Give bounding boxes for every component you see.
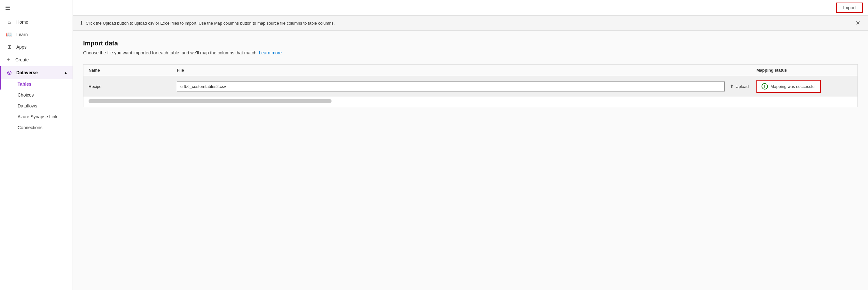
sidebar-item-label-apps: Apps — [16, 44, 27, 50]
close-banner-button[interactable]: ✕ — [856, 20, 860, 27]
apps-icon: ⊞ — [6, 44, 12, 50]
create-icon: ＋ — [5, 56, 11, 63]
topbar: Import — [73, 0, 868, 16]
row-mapping-status-cell: i Mapping was successful — [756, 80, 852, 93]
sidebar-item-create[interactable]: ＋ Create — [0, 53, 72, 66]
sidebar-sub-item-dataflows[interactable]: Dataflows — [0, 100, 72, 111]
column-header-name: Name — [89, 68, 172, 72]
column-header-mapping-status: Mapping status — [756, 68, 852, 72]
sidebar-item-learn[interactable]: 📖 Learn — [0, 28, 72, 41]
sidebar-sub-item-connections[interactable]: Connections — [0, 122, 72, 133]
mapping-success-icon: i — [762, 83, 768, 90]
info-banner: ℹ Click the Upload button to upload csv … — [73, 16, 868, 31]
page-title: Import data — [83, 40, 858, 47]
scroll-track-container — [84, 99, 858, 107]
info-banner-message: Click the Upload button to upload csv or… — [86, 21, 335, 26]
mapping-status-text: Mapping was successful — [771, 84, 815, 89]
sidebar-item-label-home: Home — [16, 20, 28, 25]
sidebar-item-label-learn: Learn — [16, 32, 28, 37]
import-table: Name File Mapping status Recipe crfb6_cu… — [83, 64, 858, 107]
sidebar-item-dataverse[interactable]: ◎ Dataverse ▲ — [0, 66, 72, 79]
sidebar-sub-item-tables[interactable]: Tables — [0, 79, 72, 90]
upload-icon: ⬆ — [730, 84, 734, 89]
file-input-display: crfb6_customtables2.csv — [177, 82, 725, 91]
sidebar-item-label-dataverse: Dataverse — [16, 70, 38, 75]
sidebar-header: ☰ — [0, 0, 72, 16]
page-description: Choose the file you want imported for ea… — [83, 50, 858, 55]
row-file-cell: crfb6_customtables2.csv ⬆ Upload — [177, 82, 751, 91]
sidebar-item-apps[interactable]: ⊞ Apps — [0, 41, 72, 53]
sidebar-sub-label-azure-synapse: Azure Synapse Link — [18, 114, 58, 119]
row-name-cell: Recipe — [89, 84, 172, 89]
learn-more-link[interactable]: Learn more — [259, 50, 282, 55]
sidebar-item-label-create: Create — [16, 57, 29, 62]
sidebar-sub-item-choices[interactable]: Choices — [0, 90, 72, 100]
sidebar-sub-item-azure-synapse[interactable]: Azure Synapse Link — [0, 111, 72, 122]
info-banner-icon: ℹ — [81, 20, 83, 26]
page-body: Import data Choose the file you want imp… — [73, 31, 868, 116]
scroll-track[interactable] — [89, 99, 332, 103]
main-content: Import ℹ Click the Upload button to uplo… — [73, 0, 868, 290]
mapping-status-box: i Mapping was successful — [756, 80, 821, 93]
sidebar: ☰ ⌂ Home 📖 Learn ⊞ Apps ＋ Create ◎ Datav… — [0, 0, 73, 290]
hamburger-menu-icon[interactable]: ☰ — [5, 4, 10, 11]
table-header: Name File Mapping status — [84, 65, 858, 76]
content-area: ℹ Click the Upload button to upload csv … — [73, 16, 868, 290]
sidebar-item-home[interactable]: ⌂ Home — [0, 16, 72, 28]
sidebar-sub-label-dataflows: Dataflows — [18, 103, 37, 108]
import-button[interactable]: Import — [836, 3, 863, 13]
sidebar-sub-label-connections: Connections — [18, 125, 42, 130]
home-icon: ⌂ — [6, 19, 12, 25]
table-row: Recipe crfb6_customtables2.csv ⬆ Upload … — [84, 76, 858, 97]
sidebar-sub-label-choices: Choices — [18, 92, 34, 98]
chevron-up-icon: ▲ — [64, 71, 67, 74]
upload-button-label: Upload — [736, 84, 749, 89]
column-header-file: File — [177, 68, 751, 72]
learn-icon: 📖 — [6, 31, 12, 37]
dataverse-icon: ◎ — [6, 69, 12, 75]
sidebar-sub-label-tables: Tables — [18, 82, 31, 87]
upload-button[interactable]: ⬆ Upload — [727, 83, 751, 90]
